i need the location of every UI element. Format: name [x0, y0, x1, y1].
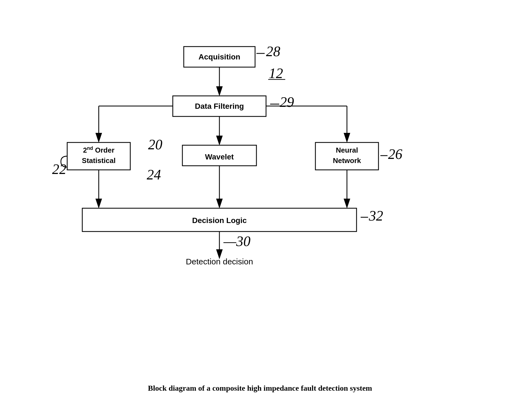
label-12: 12: [269, 65, 283, 81]
label-30: —30: [223, 233, 250, 249]
label-29: 29: [280, 94, 294, 110]
diagram-caption: Block diagram of a composite high impeda…: [148, 384, 372, 393]
label-26: 26: [388, 146, 402, 162]
label-20: 20: [148, 137, 162, 152]
label-32: 32: [369, 208, 383, 224]
neural-network-label1: Neural: [336, 146, 358, 154]
label-24: 24: [147, 167, 161, 182]
data-filtering-label: Data Filtering: [195, 102, 244, 110]
detection-decision-label: Detection decision: [186, 257, 253, 266]
neural-network-label2: Network: [333, 156, 361, 165]
decision-logic-label: Decision Logic: [192, 216, 247, 225]
statistical-label2: Statistical: [82, 156, 116, 165]
label-22: 22: [52, 161, 66, 177]
wavelet-label: Wavelet: [205, 153, 234, 161]
label-28: 28: [266, 44, 280, 59]
acquisition-label: Acquisition: [199, 53, 240, 61]
